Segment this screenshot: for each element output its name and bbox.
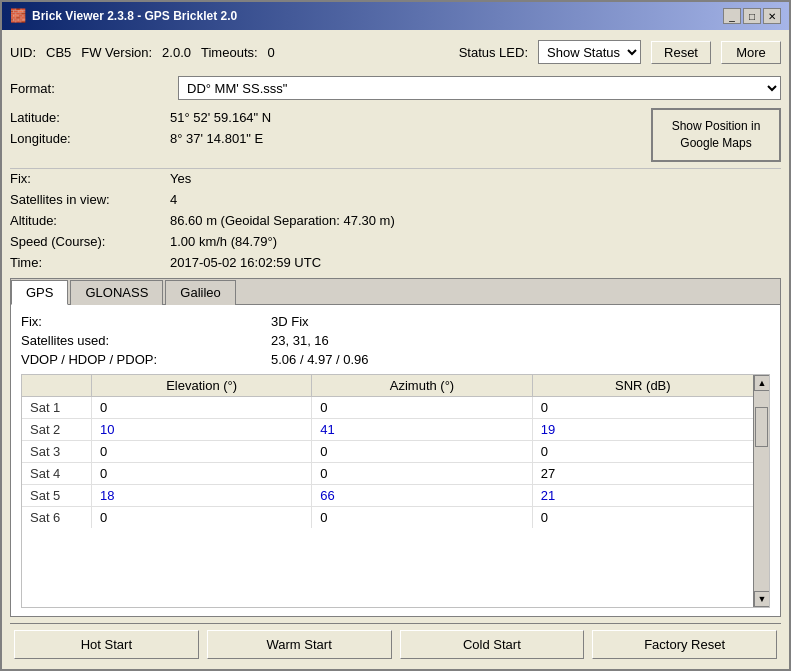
content-area: UID: CB5 FW Version: 2.0.0 Timeouts: 0 S…: [2, 30, 789, 669]
format-label: Format:: [10, 81, 170, 96]
table-row: Sat 5 18 66 21: [22, 485, 753, 507]
timeouts-value: 0: [268, 45, 275, 60]
scroll-down-arrow[interactable]: ▼: [754, 591, 770, 607]
tab-content-gps: Fix: 3D Fix Satellites used: 23, 31, 16 …: [11, 305, 780, 616]
time-value: 2017-05-02 16:02:59 UTC: [170, 255, 321, 270]
sat-azimuth: 0: [312, 397, 532, 418]
sat-elevation: 0: [92, 507, 312, 528]
satellites-view-row: Satellites in view: 4: [10, 190, 781, 209]
speed-value: 1.00 km/h (84.79°): [170, 234, 277, 249]
latlon-section: Latitude: 51° 52' 59.164" N Longitude: 8…: [10, 108, 781, 162]
title-bar-left: 🧱 Brick Viewer 2.3.8 - GPS Bricklet 2.0: [10, 8, 237, 24]
sat-snr: 19: [533, 419, 753, 440]
sat-name: Sat 1: [22, 397, 92, 418]
sat-snr: 0: [533, 397, 753, 418]
altitude-row: Altitude: 86.60 m (Geoidal Separation: 4…: [10, 211, 781, 230]
fix-label: Fix:: [10, 171, 170, 186]
sat-elevation: 0: [92, 463, 312, 484]
factory-reset-button[interactable]: Factory Reset: [592, 630, 777, 659]
sat-snr: 0: [533, 507, 753, 528]
show-position-google-maps-button[interactable]: Show Position in Google Maps: [651, 108, 781, 162]
longitude-value: 8° 37' 14.801" E: [170, 131, 263, 146]
gmap-line1: Show Position in: [672, 119, 761, 133]
altitude-label: Altitude:: [10, 213, 170, 228]
fw-label: FW Version:: [81, 45, 152, 60]
hot-start-button[interactable]: Hot Start: [14, 630, 199, 659]
reset-button[interactable]: Reset: [651, 41, 711, 64]
sat-table-header: Elevation (°) Azimuth (°) SNR (dB): [22, 375, 753, 397]
other-info: Fix: Yes Satellites in view: 4 Altitude:…: [10, 168, 781, 272]
title-bar: 🧱 Brick Viewer 2.3.8 - GPS Bricklet 2.0 …: [2, 2, 789, 30]
tab-fix-value: 3D Fix: [271, 314, 309, 329]
satellites-value: 4: [170, 192, 177, 207]
tab-fix-row: Fix: 3D Fix: [21, 313, 770, 330]
status-led-select[interactable]: Show Status On Off Heartbeat: [538, 40, 641, 64]
uid-value: CB5: [46, 45, 71, 60]
tab-bar: GPS GLONASS Galileo: [11, 279, 780, 305]
table-row: Sat 1 0 0 0: [22, 397, 753, 419]
sat-col-snr: SNR (dB): [533, 375, 753, 396]
latitude-row: Latitude: 51° 52' 59.164" N: [10, 108, 643, 127]
sat-snr: 21: [533, 485, 753, 506]
status-led-label: Status LED:: [459, 45, 528, 60]
sat-azimuth: 66: [312, 485, 532, 506]
sat-elevation: 18: [92, 485, 312, 506]
sat-name: Sat 3: [22, 441, 92, 462]
sat-snr: 27: [533, 463, 753, 484]
tab-vdop-value: 5.06 / 4.97 / 0.96: [271, 352, 369, 367]
scroll-up-arrow[interactable]: ▲: [754, 375, 770, 391]
scrollbar-thumb[interactable]: [755, 407, 768, 447]
tab-satellites-value: 23, 31, 16: [271, 333, 329, 348]
toolbar: UID: CB5 FW Version: 2.0.0 Timeouts: 0 S…: [10, 36, 781, 68]
maximize-button[interactable]: □: [743, 8, 761, 24]
sat-azimuth: 0: [312, 441, 532, 462]
tab-vdop-label: VDOP / HDOP / PDOP:: [21, 352, 271, 367]
cold-start-button[interactable]: Cold Start: [400, 630, 585, 659]
sat-name: Sat 5: [22, 485, 92, 506]
scrollbar[interactable]: ▲ ▼: [753, 375, 769, 607]
fix-value: Yes: [170, 171, 191, 186]
sat-elevation: 0: [92, 441, 312, 462]
gmap-line2: Google Maps: [680, 136, 751, 150]
app-icon: 🧱: [10, 8, 26, 24]
sat-col-azimuth: Azimuth (°): [312, 375, 532, 396]
sat-azimuth: 0: [312, 463, 532, 484]
window-title: Brick Viewer 2.3.8 - GPS Bricklet 2.0: [32, 9, 237, 23]
minimize-button[interactable]: _: [723, 8, 741, 24]
bottom-buttons: Hot Start Warm Start Cold Start Factory …: [10, 623, 781, 663]
speed-row: Speed (Course): 1.00 km/h (84.79°): [10, 232, 781, 251]
latitude-value: 51° 52' 59.164" N: [170, 110, 271, 125]
tab-galileo[interactable]: Galileo: [165, 280, 235, 305]
close-button[interactable]: ✕: [763, 8, 781, 24]
longitude-label: Longitude:: [10, 131, 170, 146]
main-window: 🧱 Brick Viewer 2.3.8 - GPS Bricklet 2.0 …: [0, 0, 791, 671]
fw-value: 2.0.0: [162, 45, 191, 60]
sat-name: Sat 6: [22, 507, 92, 528]
sat-col-elevation: Elevation (°): [92, 375, 312, 396]
speed-label: Speed (Course):: [10, 234, 170, 249]
more-button[interactable]: More: [721, 41, 781, 64]
warm-start-button[interactable]: Warm Start: [207, 630, 392, 659]
altitude-value: 86.60 m (Geoidal Separation: 47.30 m): [170, 213, 395, 228]
table-row: Sat 4 0 0 27: [22, 463, 753, 485]
table-row: Sat 3 0 0 0: [22, 441, 753, 463]
table-row: Sat 6 0 0 0: [22, 507, 753, 528]
tab-fix-label: Fix:: [21, 314, 271, 329]
uid-label: UID:: [10, 45, 36, 60]
sat-snr: 0: [533, 441, 753, 462]
longitude-row: Longitude: 8° 37' 14.801" E: [10, 129, 643, 148]
tab-glonass[interactable]: GLONASS: [70, 280, 163, 305]
sat-azimuth: 0: [312, 507, 532, 528]
time-label: Time:: [10, 255, 170, 270]
sat-azimuth: 41: [312, 419, 532, 440]
tab-gps[interactable]: GPS: [11, 280, 68, 305]
timeouts-label: Timeouts:: [201, 45, 258, 60]
satellites-label: Satellites in view:: [10, 192, 170, 207]
satellite-table-wrapper: Elevation (°) Azimuth (°) SNR (dB) Sat 1…: [21, 374, 770, 608]
format-select[interactable]: DD° MM' SS.sss" DD.ddddd° DD° MM.mmm': [178, 76, 781, 100]
sat-table-body: Sat 1 0 0 0 Sat 2 10 41 19 Sat 3 0 0 0 S…: [22, 397, 753, 528]
sat-col-name: [22, 375, 92, 396]
satellite-table: Elevation (°) Azimuth (°) SNR (dB) Sat 1…: [22, 375, 753, 607]
sat-elevation: 0: [92, 397, 312, 418]
scroll-track: [754, 391, 769, 591]
